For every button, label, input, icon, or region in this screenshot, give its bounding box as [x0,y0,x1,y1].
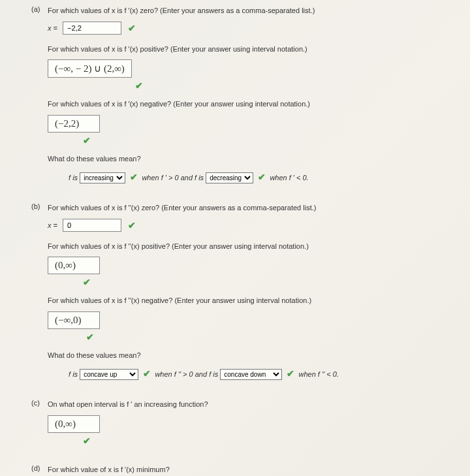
check-icon: ✔ [83,135,91,146]
meaning-end: when f ' < 0. [270,174,308,182]
check-icon: ✔ [130,172,138,182]
check-icon: ✔ [135,80,143,91]
part-b-q1: For which values of x is f ''(x) zero? (… [48,202,447,214]
meaning-pre: f is [69,174,78,182]
decreasing-select[interactable]: decreasing [206,172,253,183]
part-b-answer1-input[interactable] [63,219,121,232]
part-d: (d) For which value of x is f '(x) minim… [31,464,450,476]
part-b-label: (b) [31,202,46,210]
part-b-q2: For which values of x is f ''(x) positiv… [48,241,447,252]
part-c: (c) On what open interval is f ' an incr… [31,399,450,452]
part-c-answer1-box[interactable]: (0,∞) [48,415,100,433]
part-a: (a) For which values of x is f '(x) zero… [31,5,450,191]
part-a-answer3-box[interactable]: (−2,2) [48,115,100,133]
part-a-q3: For which values of x is f '(x) negative… [48,99,447,110]
part-a-q4: What do these values mean? [48,153,447,165]
part-b-q3: For which values of x is f ''(x) negativ… [48,295,447,306]
part-a-answer2-box[interactable]: (−∞, − 2) ∪ (2,∞) [48,59,132,78]
part-d-label: (d) [31,464,46,472]
part-b-meaning: f is concave up ✔ when f '' > 0 and f is… [69,366,447,382]
part-b: (b) For which values of x is f ''(x) zer… [31,202,450,387]
check-icon: ✔ [128,23,136,33]
part-b-answer3-box[interactable]: (−∞,0) [48,311,100,329]
check-icon: ✔ [83,277,91,287]
part-c-q1: On what open interval is f ' an increasi… [48,399,447,410]
concave-up-select[interactable]: concave up [80,369,138,380]
check-icon: ✔ [287,368,294,379]
check-icon: ✔ [258,172,266,182]
part-b-answer2-box[interactable]: (0,∞) [48,257,100,274]
increasing-select[interactable]: increasing [80,172,125,183]
check-icon: ✔ [143,368,151,379]
check-icon: ✔ [83,436,91,446]
concave-down-select[interactable]: concave down [220,369,282,380]
part-a-q1: For which values of x is f '(x) zero? (E… [48,5,447,16]
meaning-mid: when f ' > 0 and f is [142,174,204,182]
x-equals-label: x = [48,221,57,229]
part-a-label: (a) [31,5,46,13]
part-a-answer1-input[interactable] [63,22,121,35]
part-a-meaning: f is increasing ✔ when f ' > 0 and f is … [69,169,447,185]
meaning-mid: when f '' > 0 and f is [155,370,218,378]
meaning-end: when f '' < 0. [298,370,338,378]
check-icon: ✔ [128,220,136,230]
meaning-pre: f is [69,370,78,378]
part-a-q2: For which values of x is f '(x) positive… [48,44,447,55]
part-d-q1: For which value of x is f '(x) minimum? [48,464,447,475]
part-c-label: (c) [31,399,46,407]
part-b-q4: What do these values mean? [48,350,447,361]
x-equals-label: x = [48,24,57,32]
check-icon: ✔ [86,332,94,342]
